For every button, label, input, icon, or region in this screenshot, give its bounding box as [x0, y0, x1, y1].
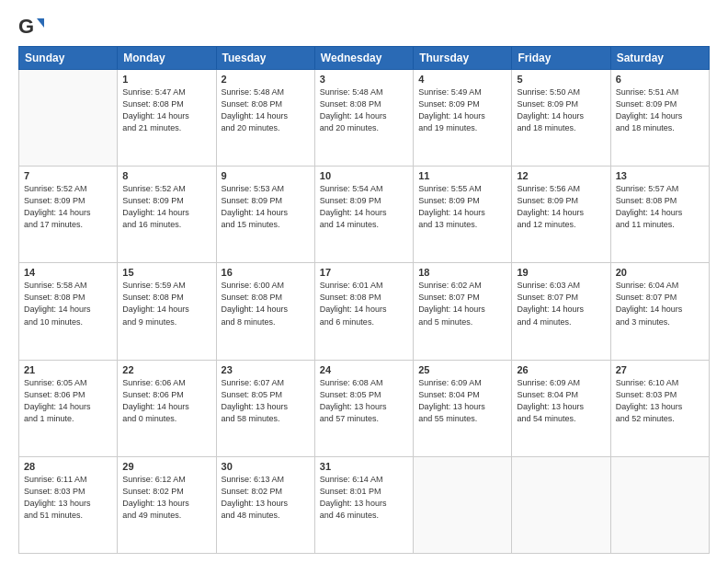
day-number: 11 — [418, 170, 506, 181]
day-info: Sunrise: 6:05 AMSunset: 8:06 PMDaylight:… — [24, 377, 112, 425]
day-cell — [610, 456, 709, 553]
logo: G — [18, 15, 48, 40]
day-cell: 5Sunrise: 5:50 AMSunset: 8:09 PMDaylight… — [512, 70, 610, 167]
day-cell: 25Sunrise: 6:09 AMSunset: 8:04 PMDayligh… — [414, 360, 512, 456]
day-info: Sunrise: 6:01 AMSunset: 8:08 PMDaylight:… — [320, 280, 408, 327]
day-cell: 23Sunrise: 6:07 AMSunset: 8:05 PMDayligh… — [216, 360, 314, 456]
day-info: Sunrise: 5:47 AMSunset: 8:08 PMDaylight:… — [122, 86, 210, 134]
day-cell: 11Sunrise: 5:55 AMSunset: 8:09 PMDayligh… — [414, 167, 512, 263]
day-cell — [414, 456, 512, 553]
day-number: 12 — [517, 170, 605, 181]
day-number: 19 — [517, 267, 605, 278]
day-info: Sunrise: 6:13 AMSunset: 8:02 PMDaylight:… — [222, 474, 310, 522]
day-number: 17 — [320, 267, 408, 278]
col-header-wednesday: Wednesday — [314, 47, 413, 70]
day-info: Sunrise: 5:55 AMSunset: 8:09 PMDaylight:… — [418, 183, 506, 231]
day-number: 3 — [320, 74, 408, 85]
col-header-friday: Friday — [512, 47, 610, 70]
svg-marker-1 — [37, 18, 44, 28]
week-row-4: 21Sunrise: 6:05 AMSunset: 8:06 PMDayligh… — [19, 360, 710, 456]
day-info: Sunrise: 6:08 AMSunset: 8:05 PMDaylight:… — [320, 377, 408, 425]
day-info: Sunrise: 6:00 AMSunset: 8:08 PMDaylight:… — [222, 280, 310, 327]
week-row-5: 28Sunrise: 6:11 AMSunset: 8:03 PMDayligh… — [19, 456, 710, 553]
day-number: 2 — [222, 74, 310, 85]
day-cell: 6Sunrise: 5:51 AMSunset: 8:09 PMDaylight… — [610, 70, 709, 167]
day-info: Sunrise: 5:50 AMSunset: 8:09 PMDaylight:… — [517, 86, 605, 134]
day-cell: 3Sunrise: 5:48 AMSunset: 8:08 PMDaylight… — [314, 70, 413, 167]
day-number: 21 — [24, 364, 112, 375]
day-number: 18 — [418, 267, 506, 278]
day-cell: 7Sunrise: 5:52 AMSunset: 8:09 PMDaylight… — [19, 167, 118, 263]
day-info: Sunrise: 5:48 AMSunset: 8:08 PMDaylight:… — [320, 86, 408, 134]
day-number: 13 — [616, 170, 704, 181]
day-cell — [19, 70, 118, 167]
day-info: Sunrise: 5:48 AMSunset: 8:08 PMDaylight:… — [222, 86, 310, 134]
day-number: 27 — [616, 364, 704, 375]
day-info: Sunrise: 5:54 AMSunset: 8:09 PMDaylight:… — [320, 183, 408, 231]
week-row-1: 1Sunrise: 5:47 AMSunset: 8:08 PMDaylight… — [19, 70, 710, 167]
day-number: 14 — [24, 267, 112, 278]
day-number: 5 — [517, 74, 605, 85]
day-info: Sunrise: 5:49 AMSunset: 8:09 PMDaylight:… — [418, 86, 506, 134]
week-row-3: 14Sunrise: 5:58 AMSunset: 8:08 PMDayligh… — [19, 263, 710, 360]
col-header-thursday: Thursday — [414, 47, 512, 70]
day-number: 1 — [122, 74, 210, 85]
day-number: 30 — [222, 461, 310, 472]
col-header-saturday: Saturday — [610, 47, 709, 70]
day-info: Sunrise: 5:57 AMSunset: 8:08 PMDaylight:… — [616, 183, 704, 231]
day-number: 31 — [320, 461, 408, 472]
day-number: 9 — [222, 170, 310, 181]
col-header-monday: Monday — [118, 47, 216, 70]
calendar-table: SundayMondayTuesdayWednesdayThursdayFrid… — [18, 46, 710, 554]
day-info: Sunrise: 5:51 AMSunset: 8:09 PMDaylight:… — [616, 86, 704, 134]
day-cell: 27Sunrise: 6:10 AMSunset: 8:03 PMDayligh… — [610, 360, 709, 456]
day-info: Sunrise: 6:04 AMSunset: 8:07 PMDaylight:… — [616, 280, 704, 327]
day-info: Sunrise: 6:11 AMSunset: 8:03 PMDaylight:… — [24, 474, 112, 522]
day-cell: 29Sunrise: 6:12 AMSunset: 8:02 PMDayligh… — [118, 456, 216, 553]
day-cell: 13Sunrise: 5:57 AMSunset: 8:08 PMDayligh… — [610, 167, 709, 263]
day-info: Sunrise: 6:03 AMSunset: 8:07 PMDaylight:… — [517, 280, 605, 327]
logo-icon: G — [18, 15, 44, 40]
day-cell: 15Sunrise: 5:59 AMSunset: 8:08 PMDayligh… — [118, 263, 216, 360]
day-number: 28 — [24, 461, 112, 472]
day-cell: 10Sunrise: 5:54 AMSunset: 8:09 PMDayligh… — [314, 167, 413, 263]
day-cell: 16Sunrise: 6:00 AMSunset: 8:08 PMDayligh… — [216, 263, 314, 360]
header: G — [18, 15, 710, 40]
day-info: Sunrise: 6:02 AMSunset: 8:07 PMDaylight:… — [418, 280, 506, 327]
day-info: Sunrise: 5:52 AMSunset: 8:09 PMDaylight:… — [24, 183, 112, 231]
day-number: 6 — [616, 74, 704, 85]
day-number: 15 — [122, 267, 210, 278]
day-cell: 20Sunrise: 6:04 AMSunset: 8:07 PMDayligh… — [610, 263, 709, 360]
day-info: Sunrise: 5:58 AMSunset: 8:08 PMDaylight:… — [24, 280, 112, 327]
week-row-2: 7Sunrise: 5:52 AMSunset: 8:09 PMDaylight… — [19, 167, 710, 263]
day-number: 4 — [418, 74, 506, 85]
day-number: 10 — [320, 170, 408, 181]
day-cell: 22Sunrise: 6:06 AMSunset: 8:06 PMDayligh… — [118, 360, 216, 456]
day-cell: 17Sunrise: 6:01 AMSunset: 8:08 PMDayligh… — [314, 263, 413, 360]
day-number: 16 — [222, 267, 310, 278]
day-info: Sunrise: 6:06 AMSunset: 8:06 PMDaylight:… — [122, 377, 210, 425]
day-info: Sunrise: 6:09 AMSunset: 8:04 PMDaylight:… — [418, 377, 506, 425]
calendar-header-row: SundayMondayTuesdayWednesdayThursdayFrid… — [19, 47, 710, 70]
day-info: Sunrise: 6:14 AMSunset: 8:01 PMDaylight:… — [320, 474, 408, 522]
day-info: Sunrise: 6:10 AMSunset: 8:03 PMDaylight:… — [616, 377, 704, 425]
day-cell: 24Sunrise: 6:08 AMSunset: 8:05 PMDayligh… — [314, 360, 413, 456]
day-info: Sunrise: 5:52 AMSunset: 8:09 PMDaylight:… — [122, 183, 210, 231]
day-number: 22 — [122, 364, 210, 375]
day-info: Sunrise: 6:07 AMSunset: 8:05 PMDaylight:… — [222, 377, 310, 425]
day-info: Sunrise: 6:09 AMSunset: 8:04 PMDaylight:… — [517, 377, 605, 425]
col-header-tuesday: Tuesday — [216, 47, 314, 70]
day-number: 29 — [122, 461, 210, 472]
day-cell: 8Sunrise: 5:52 AMSunset: 8:09 PMDaylight… — [118, 167, 216, 263]
day-cell: 9Sunrise: 5:53 AMSunset: 8:09 PMDaylight… — [216, 167, 314, 263]
day-number: 24 — [320, 364, 408, 375]
day-number: 8 — [122, 170, 210, 181]
day-cell: 1Sunrise: 5:47 AMSunset: 8:08 PMDaylight… — [118, 70, 216, 167]
day-cell: 30Sunrise: 6:13 AMSunset: 8:02 PMDayligh… — [216, 456, 314, 553]
day-info: Sunrise: 5:56 AMSunset: 8:09 PMDaylight:… — [517, 183, 605, 231]
day-cell: 2Sunrise: 5:48 AMSunset: 8:08 PMDaylight… — [216, 70, 314, 167]
day-cell: 12Sunrise: 5:56 AMSunset: 8:09 PMDayligh… — [512, 167, 610, 263]
svg-text:G: G — [18, 15, 34, 38]
day-cell: 19Sunrise: 6:03 AMSunset: 8:07 PMDayligh… — [512, 263, 610, 360]
day-info: Sunrise: 5:59 AMSunset: 8:08 PMDaylight:… — [122, 280, 210, 327]
